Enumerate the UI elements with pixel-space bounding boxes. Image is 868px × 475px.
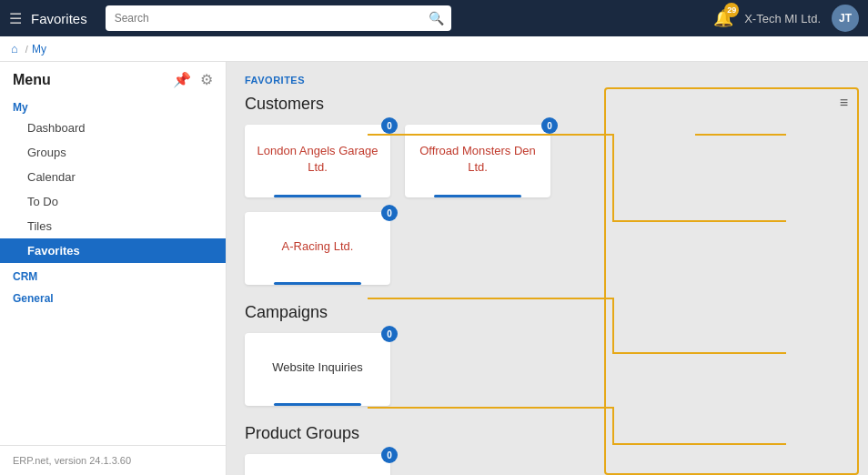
card-text-london: London Angels Garage Ltd. xyxy=(254,143,381,176)
sidebar-item-dashboard[interactable]: Dashboard xyxy=(0,116,226,140)
right-panel: ≡ xyxy=(604,87,859,475)
sidebar-section-crm: CRM xyxy=(0,263,226,285)
card-text-offroad: Offroad Monsters Den Ltd. xyxy=(414,143,541,176)
sidebar-title: Menu xyxy=(13,72,51,88)
campaigns-cards-row: 0 Website Inquiries xyxy=(245,333,586,406)
right-panel-menu-icon[interactable]: ≡ xyxy=(840,95,848,111)
card-website-inquiries[interactable]: 0 Website Inquiries xyxy=(245,333,390,406)
company-name: X-Tech MI Ltd. xyxy=(744,12,821,25)
pin-icon[interactable]: 📌 xyxy=(173,71,191,88)
sidebar-item-tiles[interactable]: Tiles xyxy=(0,214,226,238)
avatar[interactable]: JT xyxy=(832,5,859,32)
sidebar-footer: ERP.net, version 24.1.3.60 xyxy=(0,445,226,475)
breadcrumb-separator: / xyxy=(25,44,28,55)
main-content: FAVORITES Customers 0 London Angels Gara… xyxy=(227,62,604,475)
sidebar: Menu 📌 ⚙ My Dashboard Groups Calendar To… xyxy=(0,62,227,475)
card-text-website: Website Inquiries xyxy=(272,359,362,376)
sidebar-section-my: My xyxy=(0,94,226,116)
badge-offroad: 0 xyxy=(541,117,558,134)
customers-cards-row: 0 London Angels Garage Ltd. 0 Offroad Mo… xyxy=(245,125,586,285)
badge-website: 0 xyxy=(381,326,398,342)
breadcrumb: ⌂ / My xyxy=(0,36,868,62)
breadcrumb-my-link[interactable]: My xyxy=(32,43,46,56)
home-icon[interactable]: ⌂ xyxy=(11,42,18,56)
notification-badge: 29 xyxy=(724,3,739,17)
section-title-campaigns: Campaigns xyxy=(245,303,586,322)
app-title: Favorites xyxy=(31,11,87,26)
gear-icon[interactable]: ⚙ xyxy=(200,71,213,88)
search-icon: 🔍 xyxy=(429,11,444,25)
card-offroad-monsters[interactable]: 0 Offroad Monsters Den Ltd. xyxy=(405,125,550,197)
badge-london: 0 xyxy=(381,117,398,134)
card-london-angels[interactable]: 0 London Angels Garage Ltd. xyxy=(245,125,390,197)
search-input[interactable] xyxy=(106,5,451,31)
hamburger-icon[interactable]: ☰ xyxy=(9,10,22,27)
card-text-aracing: A-Racing Ltd. xyxy=(282,238,354,255)
sidebar-item-groups[interactable]: Groups xyxy=(0,140,226,165)
search-bar: 🔍 xyxy=(106,5,451,31)
sidebar-item-favorites[interactable]: Favorites xyxy=(0,238,226,263)
card-aracing[interactable]: 0 A-Racing Ltd. xyxy=(245,212,390,285)
card-photography-services[interactable]: 0 Photography Services xyxy=(245,454,390,475)
product-groups-cards-row: 0 Photography Services xyxy=(245,454,586,475)
sidebar-section-general: General xyxy=(0,285,226,307)
sidebar-item-calendar[interactable]: Calendar xyxy=(0,165,226,189)
badge-photography: 0 xyxy=(381,447,398,463)
notifications-bell[interactable]: 🔔 29 xyxy=(713,8,733,28)
section-title-product-groups: Product Groups xyxy=(245,424,586,443)
favorites-section-label: FAVORITES xyxy=(245,75,586,86)
badge-aracing: 0 xyxy=(381,205,398,221)
sidebar-item-todo[interactable]: To Do xyxy=(0,189,226,214)
section-title-customers: Customers xyxy=(245,95,586,114)
